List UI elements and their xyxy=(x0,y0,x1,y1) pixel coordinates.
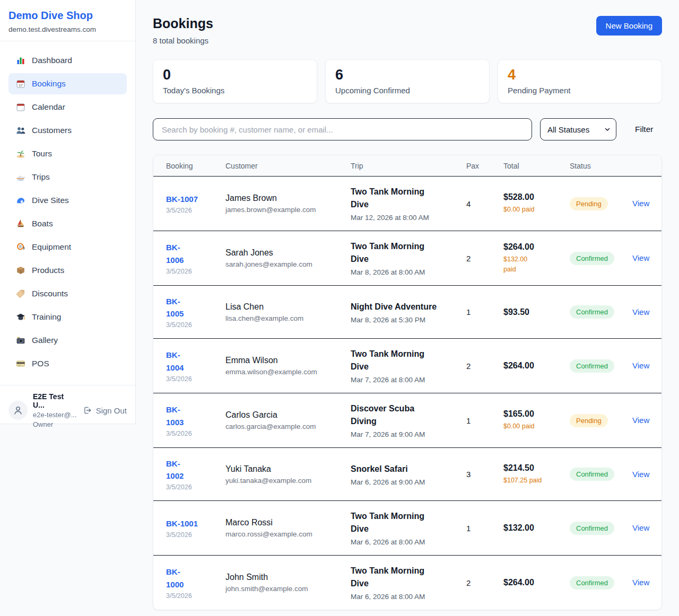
sidebar-item-label: Products xyxy=(32,266,64,275)
stat-value: 0 xyxy=(163,67,307,83)
avatar xyxy=(8,401,28,420)
trip-datetime: Mar 6, 2026 at 8:00 AM xyxy=(351,593,466,601)
customer-name: James Brown xyxy=(225,193,351,203)
trip-datetime: Mar 6, 2026 at 8:00 AM xyxy=(351,538,466,546)
sidebar-item-dive-sites[interactable]: Dive Sites xyxy=(8,190,127,211)
paid-amount: $107.25 paid xyxy=(503,476,570,486)
booking-id-link[interactable]: BK- 1003 xyxy=(166,403,184,428)
view-link[interactable]: View xyxy=(632,307,649,316)
sidebar-item-tours[interactable]: Tours xyxy=(8,143,127,164)
user-name: E2E Test U... xyxy=(33,392,77,409)
booking-id-link[interactable]: BK-1001 xyxy=(166,517,198,530)
view-link[interactable]: View xyxy=(632,416,649,425)
people-icon xyxy=(16,126,25,135)
trip-name: Night Dive Adventure xyxy=(351,301,466,313)
calendar-icon: 17 xyxy=(16,79,25,89)
customer-email: yuki.tanaka@example.com xyxy=(225,477,351,485)
booking-date: 3/5/2026 xyxy=(166,268,225,275)
booking-id-link[interactable]: BK- 1002 xyxy=(166,457,184,482)
view-link[interactable]: View xyxy=(632,523,649,532)
status-select[interactable]: All Statuses xyxy=(540,118,616,140)
booking-id-link[interactable]: BK- 1005 xyxy=(166,295,184,320)
sidebar-item-customers[interactable]: Customers xyxy=(8,120,127,141)
sidebar-item-discounts[interactable]: Discounts xyxy=(8,283,127,304)
sidebar-item-label: Discounts xyxy=(32,289,68,298)
customer-email: james.brown@example.com xyxy=(225,206,351,214)
paid-amount: $132.00 paid xyxy=(503,254,570,275)
filter-button[interactable]: Filter xyxy=(632,124,656,135)
view-link[interactable]: View xyxy=(632,199,649,208)
view-link[interactable]: View xyxy=(632,470,649,479)
total-amount: $132.00 xyxy=(503,523,570,533)
page-subtitle: 8 total bookings xyxy=(153,36,213,45)
brand-name: Demo Dive Shop xyxy=(8,10,127,22)
sidebar-item-dashboard[interactable]: Dashboard xyxy=(8,50,127,71)
desert-island-icon xyxy=(16,149,25,159)
brand-domain: demo.test.divestreams.com xyxy=(8,25,127,33)
booking-id-link[interactable]: BK- 1006 xyxy=(166,241,184,266)
booking-id-link[interactable]: BK- 1004 xyxy=(166,349,184,374)
user-info: E2E Test U... e2e-tester@... Owner xyxy=(33,392,77,428)
search-input[interactable] xyxy=(153,118,532,140)
page-header: Bookings 8 total bookings New Booking xyxy=(153,16,662,45)
stat-card: 0Today's Bookings xyxy=(153,59,317,103)
brand-block: Demo Dive Shop demo.test.divestreams.com xyxy=(0,0,135,41)
pax-count: 1 xyxy=(466,307,503,316)
booking-date: 3/5/2026 xyxy=(166,592,225,600)
total-amount: $528.00 xyxy=(503,192,570,202)
booking-date: 3/5/2026 xyxy=(166,483,225,491)
customer-name: Carlos Garcia xyxy=(225,410,351,420)
sidebar-item-pos[interactable]: POS xyxy=(8,353,127,374)
status-badge: Confirmed xyxy=(570,576,614,589)
sign-out-button[interactable]: Sign Out xyxy=(83,406,127,415)
sidebar-item-label: Trips xyxy=(32,172,50,182)
pax-count: 3 xyxy=(466,470,503,479)
sidebar-item-equipment[interactable]: Equipment xyxy=(8,236,127,258)
table-row: BK-1001 3/5/2026 Marco Rossi marco.rossi… xyxy=(153,500,661,555)
trip-name: Two Tank Morning Dive xyxy=(351,348,466,373)
view-link[interactable]: View xyxy=(632,253,649,262)
view-link[interactable]: View xyxy=(632,578,649,587)
table-row: BK- 1000 3/5/2026 John Smith john.smith@… xyxy=(153,555,661,610)
sidebar-item-trips[interactable]: Trips xyxy=(8,166,127,188)
col-header-pax: Pax xyxy=(466,162,503,170)
col-header-customer: Customer xyxy=(225,162,351,170)
trip-datetime: Mar 7, 2026 at 8:00 AM xyxy=(351,376,466,384)
tear-off-calendar-icon xyxy=(16,102,25,112)
status-badge: Confirmed xyxy=(570,359,614,373)
customer-name: Marco Rossi xyxy=(225,518,351,527)
stat-card: 4Pending Payment xyxy=(498,59,662,103)
booking-id-link[interactable]: BK-1007 xyxy=(166,193,198,205)
table-row: BK- 1002 3/5/2026 Yuki Tanaka yuki.tanak… xyxy=(153,447,661,500)
sidebar-item-boats[interactable]: Boats xyxy=(8,213,127,234)
customer-email: marco.rossi@example.com xyxy=(225,530,351,538)
customer-name: Lisa Chen xyxy=(225,302,351,312)
view-link[interactable]: View xyxy=(632,361,649,370)
new-booking-button[interactable]: New Booking xyxy=(596,16,662,36)
trip-datetime: Mar 8, 2026 at 8:00 AM xyxy=(351,268,466,276)
pax-count: 2 xyxy=(466,254,503,263)
col-header-status: Status xyxy=(570,162,632,170)
customer-email: carlos.garcia@example.com xyxy=(225,423,351,430)
table-row: BK- 1004 3/5/2026 Emma Wilson emma.wilso… xyxy=(153,338,661,393)
customer-email: emma.wilson@example.com xyxy=(225,368,351,376)
table-row: BK-1007 3/5/2026 James Brown james.brown… xyxy=(153,177,661,231)
sidebar-item-bookings[interactable]: 17Bookings xyxy=(8,73,127,94)
status-select-wrap: All Statuses xyxy=(540,118,616,140)
paid-amount: $0.00 paid xyxy=(503,421,570,432)
user-email: e2e-tester@... xyxy=(33,411,77,419)
sidebar-item-training[interactable]: Training xyxy=(8,306,127,328)
trip-name: Discover Scuba Diving xyxy=(351,402,466,428)
person-icon xyxy=(12,404,24,416)
sidebar-item-calendar[interactable]: Calendar xyxy=(8,96,127,118)
sidebar-item-products[interactable]: Products xyxy=(8,260,127,281)
sidebar-item-label: Calendar xyxy=(32,102,65,112)
booking-id-link[interactable]: BK- 1000 xyxy=(166,566,184,591)
stat-value: 4 xyxy=(508,67,652,83)
stat-card: 6Upcoming Confirmed xyxy=(325,59,490,103)
stat-label: Pending Payment xyxy=(508,86,652,95)
sidebar-item-gallery[interactable]: Gallery xyxy=(8,330,127,351)
customer-name: Sarah Jones xyxy=(225,248,351,258)
status-badge: Confirmed xyxy=(570,522,614,535)
bar-chart-icon xyxy=(16,56,25,65)
